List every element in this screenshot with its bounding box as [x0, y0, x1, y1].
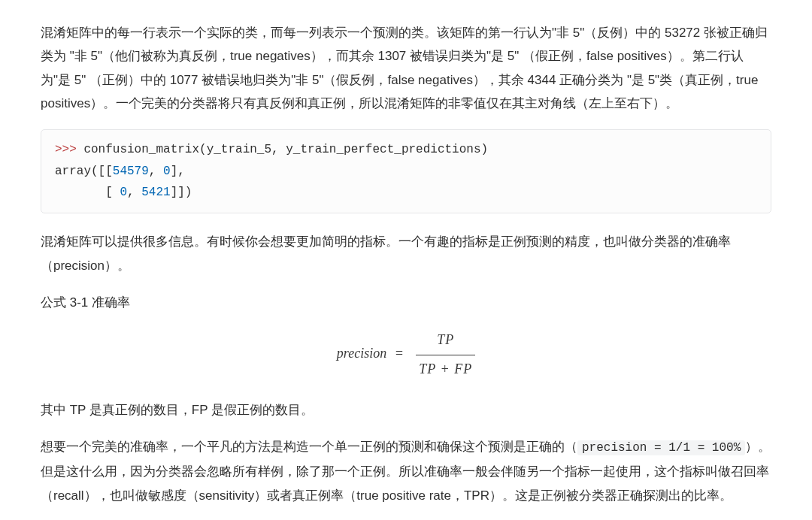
code-block-confusion-matrix: >>> confusion_matrix(y_train_5, y_train_… [41, 129, 771, 213]
formula-denominator: TP + FP [416, 355, 475, 382]
paragraph-tp-fp-defs: 其中 TP 是真正例的数目，FP 是假正例的数目。 [41, 398, 771, 422]
inline-code-precision-trivial: precision = 1/1 = 100% [577, 440, 745, 455]
matrix-10: 0 [120, 186, 127, 199]
formula-lhs: precision [337, 346, 386, 361]
formula-numerator: TP [416, 328, 475, 355]
array-lead: array([[ [55, 165, 113, 178]
document-page: 混淆矩阵中的每一行表示一个实际的类，而每一列表示一个预测的类。该矩阵的第一行认为… [0, 0, 812, 520]
paragraph-confusion-matrix-explain: 混淆矩阵中的每一行表示一个实际的类，而每一列表示一个预测的类。该矩阵的第一行认为… [41, 21, 771, 116]
matrix-11: 5421 [141, 186, 170, 199]
array-tail: ]]) [171, 186, 192, 199]
formula-precision: precision = TP TP + FP [41, 328, 771, 382]
python-prompt: >>> [55, 143, 83, 156]
formula-eq: = [395, 346, 404, 361]
paragraph-precision-intro: 混淆矩阵可以提供很多信息。有时候你会想要更加简明的指标。一个有趣的指标是正例预测… [41, 230, 771, 277]
matrix-00: 54579 [113, 165, 149, 178]
formula-fraction: TP TP + FP [416, 328, 475, 382]
para5-part-a: 想要一个完美的准确率，一个平凡的方法是构造一个单一正例的预测和确保这个预测是正确… [41, 440, 577, 454]
code-call: confusion_matrix(y_train_5, y_train_perf… [83, 143, 488, 156]
formula-caption: 公式 3-1 准确率 [41, 291, 771, 314]
paragraph-recall-intro: 想要一个完美的准确率，一个平凡的方法是构造一个单一正例的预测和确保这个预测是正确… [41, 435, 771, 506]
matrix-01: 0 [163, 165, 171, 178]
